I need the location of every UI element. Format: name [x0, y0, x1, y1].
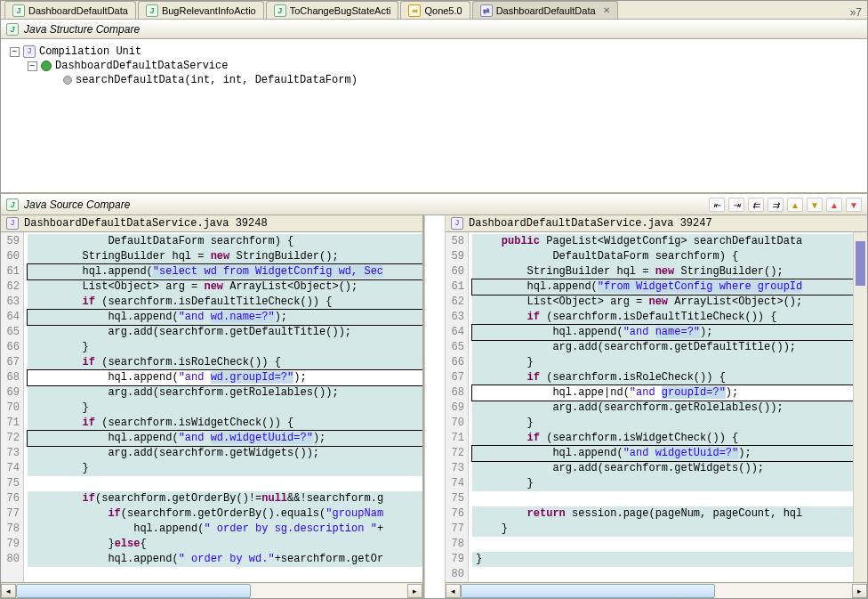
right-hscroll[interactable]: ◂ ▸ — [446, 582, 867, 598]
tree-row-cu[interactable]: − J Compilation Unit — [10, 45, 858, 59]
overview-ruler[interactable] — [853, 232, 867, 582]
method-icon — [63, 76, 72, 85]
left-code[interactable]: DefaultDataForm searchform) { StringBuil… — [24, 232, 422, 582]
overview-region[interactable] — [856, 241, 865, 286]
tree-row-class[interactable]: − DashboardDefaultDataService — [28, 59, 858, 73]
diff-connector — [424, 215, 446, 598]
editor-tabbar: JDashboardDefaultData JBugRelevantInfoAc… — [1, 1, 867, 20]
tree-label: searchDefaultData(int, int, DefaultDataF… — [76, 74, 358, 86]
compilation-unit-icon: J — [23, 45, 36, 58]
tab-label: Qone5.0 — [424, 5, 462, 16]
link-icon: ∞ — [408, 4, 421, 17]
java-icon: J — [146, 4, 158, 17]
java-icon: J — [6, 198, 19, 211]
scroll-thumb[interactable] — [16, 584, 251, 598]
scroll-right-icon[interactable]: ▸ — [852, 584, 867, 598]
scroll-track[interactable] — [16, 584, 407, 598]
java-icon: J — [6, 23, 19, 36]
java-icon: J — [274, 4, 286, 17]
source-compare-header: J Java Source Compare ⇤ ⇥ ⇇ ⇉ ▲ ▼ ▲ ▼ — [1, 194, 867, 215]
scroll-thumb[interactable] — [461, 584, 715, 598]
right-code[interactable]: public PageList<WidgetConfig> searchDefa… — [469, 232, 853, 582]
tab-dashboard-compare[interactable]: ⇄DashboardDefaultData✕ — [472, 1, 618, 19]
copy-all-left-button[interactable]: ⇇ — [748, 198, 764, 212]
scroll-left-icon[interactable]: ◂ — [446, 584, 461, 598]
tab-label: BugRelevantInfoActio — [162, 5, 256, 16]
panel-title: Java Source Compare — [24, 198, 130, 211]
scroll-right-icon[interactable]: ▸ — [407, 584, 422, 598]
java-icon: J — [6, 217, 19, 230]
java-icon: J — [12, 4, 25, 17]
tab-change-bug-state[interactable]: JToChangeBugStateActi — [266, 1, 399, 19]
java-icon: J — [451, 217, 463, 230]
left-code-editor[interactable]: 59 60 61 62 63 64 65 66 67 68 69 70 71 7… — [1, 232, 422, 582]
right-gutter: 58 59 60 61 62 63 64 65 66 67 68 69 70 7… — [446, 232, 469, 582]
copy-left-to-right-button[interactable]: ⇤ — [709, 198, 725, 212]
close-icon[interactable]: ✕ — [603, 5, 610, 15]
next-change-button[interactable]: ▲ — [826, 198, 842, 212]
prev-diff-button[interactable]: ▼ — [807, 198, 823, 212]
structure-compare-header: J Java Structure Compare — [1, 20, 867, 39]
tab-label: DashboardDefaultData — [496, 5, 596, 16]
tree-row-method[interactable]: searchDefaultData(int, int, DefaultDataF… — [63, 73, 858, 87]
compare-area: J DashboardDefaultDataService.java 39248… — [1, 215, 867, 598]
class-icon — [41, 61, 52, 71]
collapse-icon[interactable]: − — [10, 47, 20, 57]
tab-overflow[interactable]: »7 — [845, 6, 867, 19]
scroll-track[interactable] — [461, 584, 852, 598]
right-code-editor[interactable]: 58 59 60 61 62 63 64 65 66 67 68 69 70 7… — [446, 232, 867, 582]
tab-label: DashboardDefaultData — [28, 5, 128, 16]
right-side: J DashboardDefaultDataService.java 39247… — [446, 215, 867, 598]
copy-right-to-left-button[interactable]: ⇥ — [728, 198, 744, 212]
file-label: DashboardDefaultDataService.java 39247 — [469, 217, 712, 230]
left-side: J DashboardDefaultDataService.java 39248… — [1, 215, 424, 598]
left-file-header: J DashboardDefaultDataService.java 39248 — [1, 215, 422, 232]
panel-title: Java Structure Compare — [24, 23, 140, 36]
right-file-header: J DashboardDefaultDataService.java 39247 — [446, 215, 867, 232]
copy-all-right-button[interactable]: ⇉ — [768, 198, 784, 212]
tree-label: DashboardDefaultDataService — [55, 60, 228, 72]
tab-bug-relevant[interactable]: JBugRelevantInfoActio — [138, 1, 264, 19]
compare-icon: ⇄ — [480, 4, 493, 17]
structure-tree[interactable]: − J Compilation Unit − DashboardDefaultD… — [1, 39, 867, 194]
compare-toolbar: ⇤ ⇥ ⇇ ⇉ ▲ ▼ ▲ ▼ — [709, 198, 862, 212]
next-diff-button[interactable]: ▲ — [787, 198, 803, 212]
left-hscroll[interactable]: ◂ ▸ — [1, 582, 422, 598]
tab-qone[interactable]: ∞Qone5.0 — [400, 1, 470, 19]
tab-label: ToChangeBugStateActi — [290, 5, 391, 16]
prev-change-button[interactable]: ▼ — [846, 198, 862, 212]
tree-label: Compilation Unit — [39, 45, 141, 58]
tab-dashboard-data-1[interactable]: JDashboardDefaultData — [4, 1, 136, 19]
scroll-left-icon[interactable]: ◂ — [1, 584, 16, 598]
left-gutter: 59 60 61 62 63 64 65 66 67 68 69 70 71 7… — [1, 232, 24, 582]
file-label: DashboardDefaultDataService.java 39248 — [24, 217, 268, 230]
collapse-icon[interactable]: − — [28, 61, 37, 71]
